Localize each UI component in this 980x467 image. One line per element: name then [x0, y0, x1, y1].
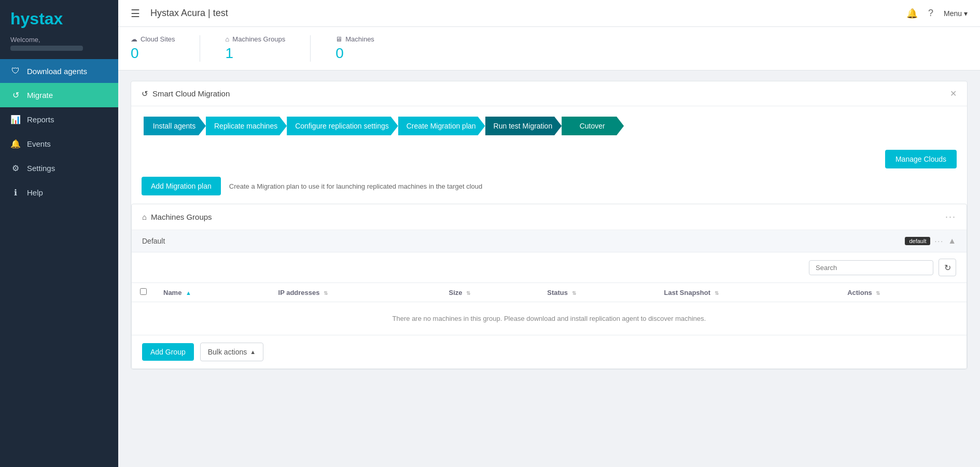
- close-icon[interactable]: ✕: [950, 89, 957, 98]
- logo: hystax: [10, 9, 108, 29]
- plan-description: Create a Migration plan to use it for la…: [229, 182, 483, 190]
- search-input[interactable]: [809, 260, 933, 275]
- bulk-actions-arrow-icon: ▲: [250, 349, 256, 355]
- main-content: ↺ Smart Cloud Migration ✕ Install agents…: [118, 70, 980, 467]
- select-all-th: [132, 283, 155, 302]
- migration-card: ↺ Smart Cloud Migration ✕ Install agents…: [131, 81, 968, 370]
- settings-icon: ⚙: [10, 163, 21, 173]
- select-all-checkbox[interactable]: [140, 288, 147, 295]
- step-btn-create-migration-plan[interactable]: Create Migration plan: [398, 117, 485, 135]
- sidebar-item-label: Download agents: [27, 67, 87, 76]
- machines-groups-header: ⌂ Machines Groups ···: [132, 204, 967, 230]
- machines-table: Name ▲ IP addresses ⇅ Size ⇅: [132, 282, 967, 335]
- sidebar-item-reports[interactable]: 📊 Reports: [0, 107, 118, 132]
- step-btn-install-agents[interactable]: Install agents: [144, 117, 206, 135]
- sort-asc-icon: ▲: [186, 290, 191, 296]
- main-area: ☰ Hystax Acura | test 🔔 ? Menu ▾ ☁ Cloud…: [118, 0, 980, 467]
- migration-card-title: Smart Cloud Migration: [152, 89, 230, 98]
- action-bar: Manage Clouds: [131, 146, 967, 177]
- sidebar-item-migrate[interactable]: ↺ Migrate: [0, 83, 118, 107]
- stat-cloud-sites: ☁ Cloud Sites 0: [131, 35, 200, 62]
- sidebar-item-help[interactable]: ℹ Help: [0, 180, 118, 205]
- empty-row: There are no machines in this group. Ple…: [132, 302, 967, 335]
- machines-groups-title-area: ⌂ Machines Groups: [142, 213, 212, 221]
- bulk-actions-button[interactable]: Bulk actions ▲: [200, 343, 263, 361]
- bottom-bar: Add Group Bulk actions ▲: [132, 335, 967, 369]
- machines-groups-section: ⌂ Machines Groups ··· Default default ··…: [131, 204, 967, 369]
- add-migration-plan-button[interactable]: Add Migration plan: [142, 177, 221, 195]
- col-actions[interactable]: Actions ⇅: [839, 283, 967, 302]
- bell-icon[interactable]: 🔔: [906, 8, 918, 19]
- sidebar-item-label: Migrate: [27, 91, 53, 100]
- group-name: Default: [142, 237, 165, 245]
- home-icon: ⌂: [142, 213, 147, 221]
- stat-label: ⌂ Machines Groups: [225, 35, 285, 43]
- group-options-icon[interactable]: ···: [934, 237, 944, 245]
- col-ip[interactable]: IP addresses ⇅: [270, 283, 441, 302]
- step-btn-cutover[interactable]: Cutover: [562, 117, 624, 135]
- home-icon: ⌂: [225, 35, 229, 43]
- plan-section: Add Migration plan Create a Migration pl…: [131, 177, 967, 204]
- step-btn-configure-replication[interactable]: Configure replication settings: [287, 117, 398, 135]
- add-group-button[interactable]: Add Group: [142, 343, 194, 361]
- group-row-default: Default default ··· ▲: [132, 230, 967, 252]
- sidebar: hystax Welcome, 🛡 Download agents ↺ Migr…: [0, 0, 118, 467]
- sort-both-icon: ⇅: [466, 290, 470, 296]
- reports-icon: 📊: [10, 115, 21, 124]
- stat-value: 0: [335, 45, 374, 62]
- logo-stax: stax: [30, 9, 63, 28]
- step-btn-replicate-machines[interactable]: Replicate machines: [206, 117, 287, 135]
- col-size[interactable]: Size ⇅: [440, 283, 539, 302]
- menu-button[interactable]: Menu ▾: [944, 9, 968, 18]
- shield-icon: 🛡: [10, 66, 21, 76]
- refresh-button[interactable]: ↻: [939, 259, 956, 276]
- sort-both-icon: ⇅: [715, 290, 719, 296]
- sidebar-item-label: Reports: [27, 115, 54, 124]
- stat-machines-groups: ⌂ Machines Groups 1: [225, 35, 311, 62]
- stat-value: 1: [225, 45, 285, 62]
- stepper: Install agents Replicate machines Config…: [131, 106, 967, 146]
- sidebar-item-label: Events: [27, 139, 51, 148]
- username-masked: [10, 46, 83, 51]
- col-name[interactable]: Name ▲: [155, 283, 270, 302]
- question-icon[interactable]: ?: [928, 8, 933, 19]
- step-configure-replication: Configure replication settings: [287, 117, 398, 135]
- step-replicate-machines: Replicate machines: [206, 117, 287, 135]
- topbar: ☰ Hystax Acura | test 🔔 ? Menu ▾: [118, 0, 980, 27]
- empty-message: There are no machines in this group. Ple…: [132, 302, 967, 335]
- chevron-up-icon[interactable]: ▲: [948, 236, 956, 246]
- sidebar-item-download-agents[interactable]: 🛡 Download agents: [0, 59, 118, 83]
- stat-label: 🖥 Machines: [335, 35, 374, 43]
- migrate-icon: ↺: [10, 90, 21, 100]
- sidebar-item-events[interactable]: 🔔 Events: [0, 132, 118, 156]
- step-btn-run-test-migration[interactable]: Run test Migration: [485, 117, 562, 135]
- stats-bar: ☁ Cloud Sites 0 ⌂ Machines Groups 1 🖥 Ma…: [118, 27, 980, 70]
- manage-clouds-button[interactable]: Manage Clouds: [885, 150, 957, 168]
- col-snapshot[interactable]: Last Snapshot ⇅: [655, 283, 839, 302]
- welcome-label: Welcome,: [10, 36, 40, 44]
- table-toolbar: ↻: [132, 252, 967, 282]
- machines-groups-menu-icon[interactable]: ···: [945, 211, 956, 222]
- step-run-test-migration: Run test Migration: [485, 117, 562, 135]
- machines-groups-title: Machines Groups: [151, 213, 212, 221]
- page-title: Hystax Acura | test: [150, 8, 228, 19]
- hamburger-icon[interactable]: ☰: [131, 7, 140, 20]
- default-badge: default: [905, 237, 930, 245]
- step-install-agents: Install agents: [144, 117, 206, 135]
- sidebar-item-label: Settings: [27, 164, 55, 173]
- sidebar-item-label: Help: [27, 188, 43, 197]
- sort-both-icon: ⇅: [876, 290, 880, 296]
- sort-both-icon: ⇅: [324, 290, 328, 296]
- col-status[interactable]: Status ⇅: [539, 283, 655, 302]
- sort-both-icon: ⇅: [572, 290, 576, 296]
- welcome-text: Welcome,: [0, 34, 118, 59]
- step-create-migration-plan: Create Migration plan: [398, 117, 485, 135]
- menu-label: Menu: [944, 9, 962, 18]
- sidebar-nav: 🛡 Download agents ↺ Migrate 📊 Reports 🔔 …: [0, 59, 118, 467]
- chevron-down-icon: ▾: [964, 9, 968, 18]
- logo-hy: hy: [10, 9, 30, 28]
- step-cutover: Cutover: [562, 117, 624, 135]
- migration-card-title-area: ↺ Smart Cloud Migration: [142, 89, 230, 98]
- stat-machines: 🖥 Machines 0: [335, 35, 399, 62]
- sidebar-item-settings[interactable]: ⚙ Settings: [0, 156, 118, 180]
